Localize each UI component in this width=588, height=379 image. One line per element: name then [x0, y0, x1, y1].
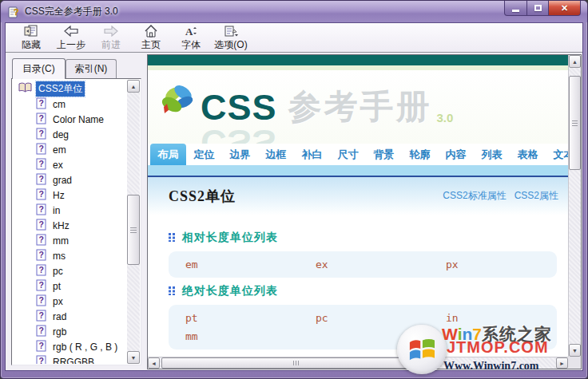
toolbar-button-options[interactable]: 选项(O): [212, 24, 250, 52]
category-tab[interactable]: 布局: [150, 144, 186, 165]
scroll-down-icon[interactable]: ▼: [569, 344, 581, 357]
section-header: 绝对长度单位列表: [169, 284, 560, 298]
svg-text:?: ?: [38, 159, 43, 168]
toolbar-button-back-arrow[interactable]: 上一步: [52, 24, 90, 52]
content-vertical-scrollbar[interactable]: ▲ ▼: [568, 55, 581, 357]
tree-item[interactable]: ?grad: [13, 172, 127, 188]
category-tab[interactable]: 表格: [510, 144, 546, 165]
content-hscroll-track[interactable]: [160, 357, 556, 369]
scroll-right-icon[interactable]: ►: [556, 357, 568, 369]
tree-item[interactable]: ?pc: [13, 263, 127, 278]
tab-index[interactable]: 索引(N): [66, 59, 117, 78]
svg-text:?: ?: [38, 250, 43, 259]
tree-item-label: ex: [50, 159, 66, 172]
tree-item-label: CSS2单位: [36, 81, 85, 97]
tree-item-label: rgb ( R , G , B ): [50, 341, 120, 353]
tree-item[interactable]: ?RRGGBB: [13, 354, 127, 364]
tree-item-label: pc: [50, 265, 66, 278]
question-page-icon: ?: [36, 128, 46, 142]
toolbar-button-hide-panel[interactable]: 隐藏: [12, 24, 50, 52]
tree-item[interactable]: ?rgb: [13, 324, 127, 339]
category-tab[interactable]: 定位: [186, 144, 222, 165]
category-tab[interactable]: 补白: [294, 144, 330, 165]
tree-item-label: deg: [50, 128, 71, 141]
tree-item[interactable]: ?in: [13, 203, 127, 218]
tree-item[interactable]: ?rgb ( R , G , B ): [13, 339, 127, 354]
tree-item-label: px: [50, 295, 66, 308]
scroll-up-icon[interactable]: ▲: [127, 80, 140, 93]
content-hscroll-thumb[interactable]: [161, 357, 430, 369]
tree-item[interactable]: ?px: [13, 294, 127, 309]
logo-brand-reflection: CSS: [201, 124, 277, 144]
link-css2-properties[interactable]: CSS2属性: [514, 189, 558, 203]
svg-text:?: ?: [38, 235, 43, 244]
section-bullet-icon: [169, 231, 176, 245]
toolbar: 隐藏上一步前进主页A字体选项(O): [6, 23, 582, 53]
svg-text:?: ?: [38, 326, 43, 335]
tree-item[interactable]: ?cm: [13, 97, 127, 112]
unit-link-in[interactable]: in: [446, 312, 568, 324]
maximize-button[interactable]: [527, 1, 549, 16]
category-tab[interactable]: 内容: [438, 144, 474, 165]
tree-item[interactable]: ?ms: [13, 248, 127, 263]
home-icon: [144, 25, 158, 38]
scroll-left-icon[interactable]: ◄: [148, 357, 160, 369]
svg-text:?: ?: [38, 356, 43, 364]
category-tab[interactable]: 轮廓: [402, 144, 438, 165]
unit-link-mm[interactable]: mm: [185, 330, 316, 342]
title-bar[interactable]: ? CSS完全参考手册 3.0: [1, 1, 587, 22]
unit-links-row: ptpcinmm: [169, 305, 557, 349]
content-vscroll-track[interactable]: [569, 68, 581, 344]
tree-item[interactable]: ?ex: [13, 157, 127, 172]
section-header: 相对长度单位列表: [169, 231, 560, 245]
tree-item[interactable]: ?Color Name: [13, 112, 127, 127]
svg-text:?: ?: [38, 98, 43, 108]
tree-item-label: mm: [50, 235, 71, 247]
section-title: 绝对长度单位列表: [182, 284, 278, 298]
toolbar-button-home[interactable]: 主页: [132, 24, 170, 52]
category-tab[interactable]: 背景: [366, 144, 402, 165]
link-css2-standard-properties[interactable]: CSS2标准属性: [443, 189, 506, 203]
question-page-icon: ?: [36, 203, 46, 218]
tree-item[interactable]: ?pt: [13, 278, 127, 294]
unit-link-pt[interactable]: pt: [185, 312, 316, 324]
main-panes: 目录(C) 索引(N) CSS2单位?cm?Color Name?deg?em?…: [6, 53, 582, 370]
svg-text:?: ?: [38, 128, 43, 138]
category-tab[interactable]: 列表: [474, 144, 510, 165]
question-page-icon: ?: [36, 264, 46, 278]
category-tab[interactable]: 边框: [258, 144, 294, 165]
tree-scroll-thumb[interactable]: [127, 195, 140, 265]
tree-scrollbar[interactable]: ▲ ▼: [127, 80, 140, 364]
tree-item[interactable]: ?em: [13, 142, 127, 157]
content-vscroll-thumb[interactable]: [569, 76, 581, 170]
scroll-up-icon[interactable]: ▲: [569, 55, 581, 68]
tree-item[interactable]: ?rad: [13, 309, 127, 324]
svg-text:?: ?: [38, 174, 43, 184]
tree-item-label: cm: [50, 98, 68, 111]
minimize-button[interactable]: [504, 1, 527, 16]
tree-item[interactable]: ?kHz: [13, 218, 127, 233]
toolbar-button-forward-arrow: 前进: [92, 24, 130, 52]
svg-text:?: ?: [38, 189, 43, 199]
unit-link-ex[interactable]: ex: [316, 259, 446, 270]
unit-link-em[interactable]: em: [185, 259, 316, 270]
question-page-icon: ?: [36, 279, 46, 294]
tree-item[interactable]: ?Hz: [13, 188, 127, 203]
tree-item[interactable]: ?deg: [13, 127, 127, 142]
close-button[interactable]: ✕: [549, 1, 581, 16]
toolbar-button-label: 上一步: [57, 38, 85, 52]
content-horizontal-scrollbar[interactable]: ◄ ►: [148, 357, 568, 369]
category-tab[interactable]: 文本: [546, 144, 568, 165]
tree-item-label: ms: [50, 250, 68, 263]
tree-item[interactable]: ?mm: [13, 233, 127, 248]
tree-scroll-track[interactable]: [127, 93, 140, 351]
unit-link-px[interactable]: px: [446, 259, 568, 270]
tree-item[interactable]: CSS2单位: [13, 81, 127, 97]
toolbar-button-font[interactable]: A字体: [172, 24, 210, 52]
category-tab[interactable]: 边界: [222, 144, 258, 165]
scroll-down-icon[interactable]: ▼: [127, 351, 140, 364]
category-tab[interactable]: 尺寸: [330, 144, 366, 165]
tab-contents[interactable]: 目录(C): [12, 58, 66, 79]
unit-link-pc[interactable]: pc: [316, 312, 446, 324]
question-page-icon: ?: [36, 173, 46, 188]
